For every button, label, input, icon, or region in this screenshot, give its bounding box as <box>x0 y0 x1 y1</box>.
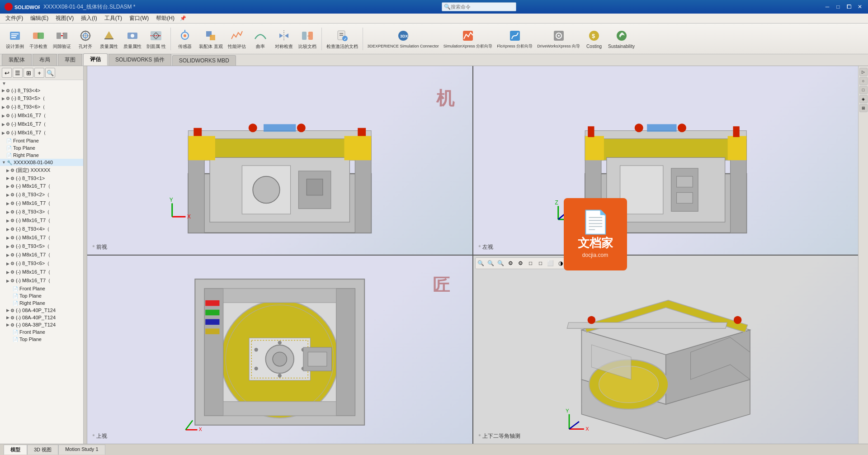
tree-item-t93-a2[interactable]: ▶⚙(-) 8_T93<2>（ <box>0 190 83 199</box>
status-tab-motion[interactable]: Motion Study 1 <box>58 445 105 455</box>
tree-item-m8x16-a5[interactable]: ▶⚙(-) M8x16_T7（ <box>0 251 83 259</box>
tree-item-xxxxx08[interactable]: ▼🔧XXXXX08-01-040 <box>0 159 83 166</box>
vp-zoom3-btn[interactable]: 🔍 <box>496 259 505 268</box>
vp-zoom-btn[interactable]: 🔍 <box>476 259 486 268</box>
viewport-front[interactable]: X Y 机 ＊前视 <box>87 66 472 255</box>
toolbar-compare[interactable]: ↔ 比较文档 <box>296 28 319 50</box>
tab-sw-mbd[interactable]: SOLIDWORKS MBD <box>172 55 236 66</box>
tree-item-t93-a5[interactable]: ▶⚙(-) 8_T93<5>（ <box>0 242 83 251</box>
tree-item-t93-6[interactable]: ▶⚙(-) 8_T93<6>（ <box>0 103 83 111</box>
tree-item-front-plane-2[interactable]: 📄Front Plane <box>0 285 83 292</box>
tree-item-right-plane-1[interactable]: 📄Right Plane <box>0 152 83 159</box>
tab-assembly[interactable]: 装配体 <box>2 54 32 66</box>
tree-item-m8x16-2[interactable]: ▶⚙(-) M8x16_T7（ <box>0 120 83 128</box>
toolbar-design-study[interactable]: 设计算例 <box>4 28 26 50</box>
tab-layout[interactable]: 布局 <box>33 54 57 66</box>
toolbar-section[interactable]: 剖面属 性 <box>145 28 168 50</box>
tab-evaluate[interactable]: 评估 <box>83 53 108 66</box>
viewport-iso[interactable]: 🔍 🔍 🔍 ⚙ ⚙ □ □ ⬜ ◑ 🎨 💡 📷 <box>473 256 859 444</box>
tree-item-top-plane-2[interactable]: 📄Top Plane <box>0 292 83 299</box>
tab-sw-plugins[interactable]: SOLIDWORKS 插件 <box>108 54 171 66</box>
toolbar-driveworks[interactable]: DriveWorksXpress 向导 <box>535 28 582 50</box>
viewport-top[interactable]: X 匠 ＊上视 <box>87 256 472 444</box>
vp-shader-btn[interactable]: ◑ <box>556 259 565 268</box>
sidebar-resize-handle[interactable] <box>84 66 87 444</box>
toolbar-floxpress[interactable]: FloXpress 分析向导 <box>495 28 534 50</box>
tree-item-m8x16-a6[interactable]: ▶⚙(-) M8x16_T7（ <box>0 268 83 276</box>
tree-item-m8x16-a7[interactable]: ▶⚙(-) M8x16_T7（ <box>0 276 83 285</box>
vp-gear-btn[interactable]: ⚙ <box>506 259 515 268</box>
tree-item-m8x16-a4[interactable]: ▶⚙(-) M8x16_T7（ <box>0 233 83 242</box>
sidebar-search-btn[interactable]: 🔍 <box>45 68 55 78</box>
toolbar-costing[interactable]: $ Costing <box>583 28 605 50</box>
toolbar-curvature[interactable]: 曲率 <box>249 28 272 50</box>
tree-item-08a40p-2[interactable]: ▶⚙(-) 08A-40P_T124 <box>0 314 83 321</box>
tree-item-m8x16-1[interactable]: ▶⚙(-) M8x16_T7（ <box>0 111 83 120</box>
right-btn-5[interactable]: ⊞ <box>859 104 868 112</box>
sidebar-list-btn[interactable]: ☰ <box>13 68 23 78</box>
tree-item-front-plane-3[interactable]: 📄Front Plane <box>0 328 83 336</box>
tree-item-m8x16-a1[interactable]: ▶⚙(-) M8x16_T7（ <box>0 182 83 190</box>
tree-item-t93-a4[interactable]: ▶⚙(-) 8_T93<4>（ <box>0 225 83 233</box>
vp-light-btn[interactable]: 💡 <box>576 259 585 268</box>
toolbar-3dexp[interactable]: 3DX 3DEXPERIENCE Simulation Connector <box>366 28 441 50</box>
toolbar-assembly-viz[interactable]: 装配体 直观 <box>197 28 225 50</box>
sidebar-tree-btn[interactable]: ⊞ <box>24 68 33 78</box>
vp-box-btn[interactable]: □ <box>526 259 535 268</box>
menu-view[interactable]: 视图(V) <box>52 14 77 23</box>
search-input[interactable] <box>451 4 514 9</box>
vp-gear2-btn[interactable]: ⚙ <box>516 259 525 268</box>
menu-help[interactable]: 帮助(H) <box>152 14 178 23</box>
tree-item-t93-4[interactable]: ▶⚙(-) 8_T93<4> <box>0 87 83 94</box>
status-tab-model[interactable]: 模型 <box>4 445 27 455</box>
toolbar-sustainability[interactable]: Sustainability <box>606 28 637 50</box>
close-button[interactable]: ✕ <box>855 3 864 11</box>
menu-window[interactable]: 窗口(W) <box>126 14 152 23</box>
toolbar-mass[interactable]: 质量属性 <box>98 28 120 50</box>
tree-item-front-plane-1[interactable]: 📄Front Plane <box>0 137 83 144</box>
tree-item-right-plane-2[interactable]: 📄Right Plane <box>0 299 83 307</box>
menu-tools[interactable]: 工具(T) <box>101 14 126 23</box>
tree-item-t93-a6[interactable]: ▶⚙(-) 8_T93<6>（ <box>0 259 83 268</box>
right-btn-4[interactable]: ◈ <box>859 95 868 103</box>
search-bar[interactable]: 🔍 <box>442 2 516 11</box>
toolbar-sensor[interactable]: 传感器 <box>174 28 196 50</box>
tree-item-t93-5[interactable]: ▶⚙(-) 8_T93<5>（ <box>0 94 83 103</box>
maximize-button[interactable]: ⧠ <box>844 3 854 11</box>
vp-color-btn[interactable]: 🎨 <box>566 259 575 268</box>
toolbar-simxpress[interactable]: SimulationXpress 分析向导 <box>442 28 495 50</box>
toolbar-check-doc[interactable]: ✓ 检查激活的文档 <box>325 28 360 50</box>
tree-item-m8x16-a2[interactable]: ▶⚙(-) M8x16_T7（ <box>0 199 83 208</box>
tree-item-m8x16-3[interactable]: ▶⚙(-) M8x16_T7（ <box>0 128 83 137</box>
right-btn-1[interactable]: ▷ <box>859 68 868 76</box>
tree-item-t93-a1[interactable]: ▶⚙(-) 8_T93<1> <box>0 175 83 182</box>
toolbar-perf[interactable]: 性能评估 <box>226 28 248 50</box>
toolbar-hole-align[interactable]: 孔对齐 <box>74 28 97 50</box>
right-btn-2[interactable]: ○ <box>859 77 868 85</box>
menu-edit[interactable]: 编辑(E) <box>27 14 52 23</box>
tree-item-08a40p-1[interactable]: ▶⚙(-) 08A-40P_T124 <box>0 307 83 314</box>
sidebar-back-btn[interactable]: ↩ <box>2 68 12 78</box>
right-btn-3[interactable]: □ <box>859 86 868 94</box>
viewport-left[interactable]: Y Z ＊左视 <box>473 66 859 255</box>
toolbar-mass2[interactable]: 质量属性 <box>121 28 144 50</box>
status-tab-3dview[interactable]: 3D 视图 <box>27 445 58 455</box>
tree-item-fixed[interactable]: ▶⚙(固定) XXXXXX <box>0 166 83 175</box>
toolbar-interference[interactable]: 干涉检查 <box>27 28 50 50</box>
tree-item-08a38p[interactable]: ▶⚙(-) 08A-38P_T124 <box>0 321 83 328</box>
menu-insert[interactable]: 插入(I) <box>77 14 100 23</box>
menu-file[interactable]: 文件(F) <box>2 14 27 23</box>
vp-camera-btn[interactable]: 📷 <box>586 259 595 268</box>
tree-item-top-plane-1[interactable]: 📄Top Plane <box>0 144 83 152</box>
vp-zoom2-btn[interactable]: 🔍 <box>486 259 495 268</box>
tab-sketch[interactable]: 草图 <box>58 54 82 66</box>
sidebar-add-btn[interactable]: + <box>34 68 44 78</box>
vp-box2-btn[interactable]: □ <box>536 259 545 268</box>
tree-item-m8x16-a3[interactable]: ▶⚙(-) M8x16_T7（ <box>0 216 83 225</box>
restore-button[interactable]: □ <box>834 3 843 11</box>
tree-item-t93-a3[interactable]: ▶⚙(-) 8_T93<3>（ <box>0 208 83 216</box>
toolbar-clearance[interactable]: ↔ 间隙验证 <box>51 28 73 50</box>
minimize-button[interactable]: ─ <box>823 3 832 11</box>
vp-white-btn[interactable]: ⬜ <box>546 259 555 268</box>
tree-item-top-plane-3[interactable]: 📄Top Plane <box>0 336 83 343</box>
